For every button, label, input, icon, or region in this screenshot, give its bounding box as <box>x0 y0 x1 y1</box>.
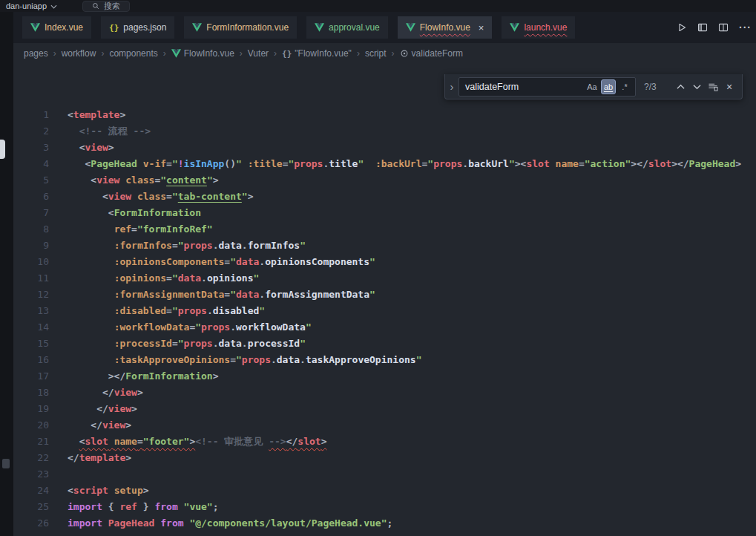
close-icon[interactable]: × <box>479 23 484 33</box>
line-number[interactable]: 6 <box>13 189 49 205</box>
line-number[interactable]: 9 <box>13 238 49 254</box>
find-match-count: ?/3 <box>644 82 663 92</box>
json-braces-icon: {} <box>109 23 119 33</box>
line-number[interactable]: 25 <box>13 499 49 515</box>
line-number[interactable]: 16 <box>13 352 49 368</box>
find-input[interactable]: validateForm Aa ab .* <box>458 77 636 97</box>
line-number[interactable]: 15 <box>13 336 49 352</box>
code-line[interactable]: 4 <PageHead v-if="!isInApp()" :title="pr… <box>13 156 756 172</box>
code-line[interactable]: 22</template> <box>13 450 756 466</box>
code-line[interactable]: 23 <box>13 466 756 483</box>
code-line[interactable]: 26import PageHead from "@/components/lay… <box>13 515 756 532</box>
code-line[interactable]: 9 :formInfos="props.data.formInfos" <box>13 238 756 254</box>
line-number[interactable]: 1 <box>13 107 49 123</box>
vscode-window: dan-uniapp 搜索 Index.vue{}pages.jsonFormI… <box>0 0 756 536</box>
toggle-replace-button[interactable]: › <box>445 74 458 99</box>
tab-pages.json[interactable]: {}pages.json <box>101 16 174 39</box>
line-number[interactable]: 20 <box>13 417 49 434</box>
line-number[interactable]: 14 <box>13 319 49 336</box>
tab-approval.vue[interactable]: approval.vue <box>306 16 388 39</box>
editor[interactable]: › validateForm Aa ab .* ?/3 × 1<template… <box>13 64 756 536</box>
code-line[interactable]: 2 <!-- 流程 --> <box>13 123 756 140</box>
line-number[interactable]: 22 <box>13 450 49 466</box>
code-area[interactable]: 1<template>2 <!-- 流程 -->3 <view>4 <PageH… <box>13 64 756 532</box>
breadcrumb-item-validateForm[interactable]: validateForm <box>400 48 463 59</box>
run-button[interactable] <box>677 22 687 33</box>
tab-label: Index.vue <box>45 22 83 33</box>
line-number[interactable]: 5 <box>13 172 49 189</box>
tab-launch.vue[interactable]: launch.vue <box>502 16 575 39</box>
code-line[interactable]: 16 :taskApproveOpinions="props.data.task… <box>13 352 756 368</box>
line-number[interactable]: 17 <box>13 368 49 385</box>
code-line[interactable]: 18 </view> <box>13 385 756 401</box>
code-line[interactable]: 21 <slot name="footer"><!-- 审批意见 --></sl… <box>13 434 756 450</box>
whole-word-toggle[interactable]: ab <box>601 79 616 94</box>
workspace-menu[interactable]: dan-uniapp <box>6 1 57 10</box>
code-line[interactable]: 8 ref="formInfoRef" <box>13 221 756 238</box>
code-text: :disabled="props.disabled" <box>68 303 265 319</box>
match-case-toggle[interactable]: Aa <box>585 79 599 94</box>
command-center-search[interactable]: 搜索 <box>82 1 130 12</box>
split-editor-button[interactable] <box>718 22 729 33</box>
toggle-layout-button[interactable] <box>697 22 708 33</box>
code-line[interactable]: 5 <view class="content"> <box>13 172 756 189</box>
breadcrumb-item-pages[interactable]: pages <box>24 48 48 59</box>
regex-toggle[interactable]: .* <box>617 79 632 94</box>
breadcrumb-item-FlowInfo.vue[interactable]: {}"FlowInfo.vue" <box>282 48 352 59</box>
close-find-icon[interactable]: × <box>721 79 737 95</box>
code-line[interactable]: 7 <FormInformation <box>13 205 756 221</box>
tab-Index.vue[interactable]: Index.vue <box>22 16 91 39</box>
find-in-selection-toggle[interactable] <box>705 79 721 95</box>
code-line[interactable]: 25import { ref } from "vue"; <box>13 499 756 515</box>
code-text: <PageHead v-if="!isInApp()" :title="prop… <box>68 156 741 172</box>
code-line[interactable]: 11 :opinions="data.opinions" <box>13 270 756 287</box>
breadcrumb-separator: › <box>357 48 360 59</box>
find-query-text[interactable]: validateForm <box>465 82 583 92</box>
breadcrumb-separator: › <box>101 48 104 59</box>
breadcrumb-item-FlowInfo.vue[interactable]: FlowInfo.vue <box>171 48 234 59</box>
line-number[interactable]: 7 <box>13 205 49 221</box>
breadcrumb-item-script[interactable]: script <box>365 48 387 59</box>
line-number[interactable]: 4 <box>13 156 49 172</box>
breadcrumb-item-Vuter[interactable]: Vuter <box>248 48 269 59</box>
code-text: </view> <box>68 417 131 434</box>
breadcrumb-item-workflow[interactable]: workflow <box>62 48 96 59</box>
line-number[interactable]: 10 <box>13 254 49 270</box>
code-line[interactable]: 6 <view class="tab-content"> <box>13 189 756 205</box>
code-line[interactable]: 12 :formAssignmentData="data.formAssignm… <box>13 287 756 303</box>
find-previous-button[interactable] <box>672 79 688 95</box>
code-line[interactable]: 19 </view> <box>13 401 756 417</box>
code-line[interactable]: 14 :workflowData="props.workflowData" <box>13 319 756 336</box>
vue-logo-icon <box>315 23 324 32</box>
code-line[interactable]: 24<script setup> <box>13 483 756 499</box>
find-next-button[interactable] <box>688 79 705 95</box>
braces-gray-icon: {} <box>282 49 292 59</box>
breadcrumb-separator: › <box>240 48 243 59</box>
line-number[interactable]: 11 <box>13 270 49 287</box>
line-number[interactable]: 24 <box>13 483 49 499</box>
line-number[interactable]: 8 <box>13 221 49 238</box>
line-number[interactable]: 13 <box>13 303 49 319</box>
code-line[interactable]: 17 ></FormInformation> <box>13 368 756 385</box>
tab-FlowInfo.vue[interactable]: FlowInfo.vue× <box>398 16 493 39</box>
line-number[interactable]: 2 <box>13 123 49 140</box>
code-text: <script setup> <box>68 483 149 499</box>
left-strip-indicator <box>0 140 5 159</box>
line-number[interactable]: 23 <box>13 466 49 483</box>
line-number[interactable]: 19 <box>13 401 49 417</box>
code-line[interactable]: 15 :processId="props.data.processId" <box>13 336 756 352</box>
line-number[interactable]: 21 <box>13 434 49 450</box>
breadcrumb-item-components[interactable]: components <box>109 48 157 59</box>
line-number[interactable]: 3 <box>13 140 49 156</box>
line-number[interactable]: 18 <box>13 385 49 401</box>
code-line[interactable]: 1<template> <box>13 107 756 123</box>
code-line[interactable]: 10 :opinionsComponents="data.opinionsCom… <box>13 254 756 270</box>
code-line[interactable]: 13 :disabled="props.disabled" <box>13 303 756 319</box>
tab-FormInformation.vue[interactable]: FormInformation.vue <box>184 16 297 39</box>
more-button[interactable]: ··· <box>739 22 752 33</box>
left-strip-mark <box>2 459 10 468</box>
line-number[interactable]: 12 <box>13 287 49 303</box>
code-line[interactable]: 20 </view> <box>13 417 756 434</box>
code-line[interactable]: 3 <view> <box>13 140 756 156</box>
line-number[interactable]: 26 <box>13 515 49 532</box>
